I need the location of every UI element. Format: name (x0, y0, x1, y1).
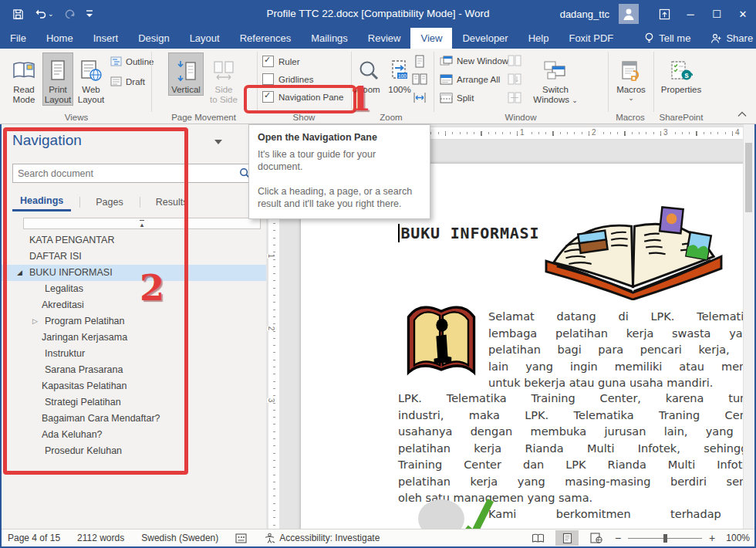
new-window-button[interactable]: New Window (440, 56, 508, 66)
ribbon-display-options-button[interactable] (651, 0, 677, 28)
outline-icon (110, 56, 122, 66)
minimize-button[interactable]: ─ (677, 0, 704, 28)
redo-button[interactable] (64, 8, 76, 19)
draft-button[interactable]: Draft (110, 76, 145, 86)
read-mode-view-button[interactable] (526, 530, 549, 546)
synchronous-scrolling-button[interactable] (508, 73, 521, 85)
tab-insert[interactable]: Insert (83, 28, 129, 49)
maximize-button[interactable]: ☐ (704, 0, 730, 28)
signed-in-user[interactable]: dadang_ttc (560, 8, 609, 20)
properties-button[interactable]: s Properties (657, 52, 705, 96)
tab-review[interactable]: Review (358, 28, 411, 49)
web-layout-button[interactable]: WebLayout (73, 52, 109, 106)
annotation-box-1 (244, 85, 356, 113)
page-width-icon (413, 92, 426, 103)
zoom-slider-thumb[interactable] (663, 534, 667, 543)
view-side-by-side-icon (508, 55, 521, 66)
annotation-number-1: 1 (349, 80, 371, 118)
customize-qat-icon (86, 9, 93, 19)
tab-help[interactable]: Help (518, 28, 559, 49)
arrange-all-button[interactable]: Arrange All (440, 74, 500, 85)
annotation-number-2: 2 (140, 267, 164, 309)
side-to-side-icon (212, 57, 235, 85)
side-to-side-button[interactable]: Sideto Side (205, 52, 242, 106)
vertical-button[interactable]: Vertical (168, 52, 204, 96)
zoom-percentage[interactable]: 100% (722, 533, 750, 543)
read-mode-button[interactable]: ReadMode (6, 52, 42, 106)
zoom-out-button[interactable]: − (614, 532, 622, 544)
tab-layout[interactable]: Layout (180, 28, 230, 49)
gridlines-checkbox[interactable]: Gridlines (262, 73, 313, 85)
collapse-ribbon-button[interactable] (737, 111, 747, 117)
zoom-in-button[interactable]: + (708, 532, 716, 544)
zoom-100-button[interactable]: 100 100% (384, 52, 415, 96)
group-label-page-movement: Page Movement (153, 113, 255, 122)
print-layout-icon (49, 57, 67, 85)
tooltip-title: Open the Navigation Pane (258, 132, 421, 143)
one-page-button[interactable] (414, 55, 425, 68)
share-button[interactable]: Share (700, 28, 756, 49)
open-book-clipart (538, 196, 727, 300)
zoom-slider[interactable] (628, 538, 702, 539)
switch-windows-button[interactable]: Switch Windows ⌄ (531, 52, 580, 106)
title-bar: ⌄ Profile TTC 22.docx [Compatibility Mod… (0, 0, 756, 28)
group-label-show: Show (259, 113, 349, 122)
print-layout-button[interactable]: PrintLayout (42, 52, 73, 106)
reset-window-position-button[interactable] (508, 92, 521, 103)
tab-foxit-pdf[interactable]: Foxit PDF (559, 28, 623, 49)
tab-home[interactable]: Home (36, 28, 83, 49)
lightbulb-icon (644, 32, 654, 44)
read-mode-icon (12, 57, 36, 85)
save-icon (12, 8, 24, 20)
macro-recording-button[interactable] (235, 533, 247, 543)
tab-view[interactable]: View (410, 28, 452, 49)
multiple-pages-button[interactable] (412, 73, 427, 85)
close-button[interactable]: ✕ (730, 0, 756, 28)
ribbon: ReadMode PrintLayout WebLayout Outline D… (0, 49, 756, 124)
group-label-views: Views (6, 113, 147, 122)
tooltip-body-1: It's like a tour guide for your document… (258, 148, 421, 174)
navigation-pane-options-caret-icon[interactable] (214, 140, 222, 144)
vertical-scrollbar[interactable] (743, 124, 754, 529)
paragraph-commitment: Kami berkomitmen terhadap pendidikan dan (488, 506, 754, 523)
tell-me-box[interactable]: Tell me (634, 28, 700, 49)
tab-design[interactable]: Design (128, 28, 179, 49)
tab-references[interactable]: References (230, 28, 301, 49)
macros-icon (620, 57, 642, 85)
tab-file[interactable]: File (0, 28, 36, 49)
save-button[interactable] (12, 8, 24, 20)
word-count[interactable]: 2112 words (77, 533, 124, 543)
ribbon-display-options-icon (659, 8, 670, 20)
split-button[interactable]: Split (440, 93, 474, 103)
print-layout-view-button[interactable] (555, 530, 579, 546)
macros-button[interactable]: Macros ⌄ (612, 52, 650, 102)
text-cursor (398, 224, 400, 242)
accessibility-checker[interactable]: Accessibility: Investigate (264, 533, 380, 543)
customize-qat-button[interactable] (86, 9, 93, 19)
word-window: ⌄ Profile TTC 22.docx [Compatibility Mod… (0, 0, 756, 548)
tab-developer[interactable]: Developer (452, 28, 518, 49)
multiple-pages-icon (412, 73, 427, 85)
web-layout-view-button[interactable] (585, 530, 608, 546)
window-border-left (0, 124, 2, 548)
ruler-checkbox[interactable]: Ruler (262, 56, 299, 67)
language-indicator[interactable]: Swedish (Sweden) (141, 533, 218, 543)
switch-windows-icon (543, 57, 568, 85)
svg-text:s: s (684, 71, 689, 79)
page-indicator[interactable]: Page 4 of 15 (8, 533, 60, 543)
macros-caret-icon: ⌄ (628, 95, 634, 101)
group-label-macros: Macros (609, 113, 651, 122)
scrollbar-thumb[interactable] (745, 143, 752, 212)
user-icon (622, 7, 636, 21)
page-width-button[interactable] (413, 92, 426, 103)
info-book-icon (404, 301, 478, 381)
undo-button[interactable]: ⌄ (34, 8, 54, 19)
tab-mailings[interactable]: Mailings (301, 28, 358, 49)
paragraph-welcome: Selamat datang di LPK. Telematika Traini… (488, 309, 754, 392)
outline-button[interactable]: Outline (110, 56, 154, 66)
web-layout-view-icon (590, 533, 602, 543)
new-window-icon (440, 56, 453, 66)
view-side-by-side-button[interactable] (508, 55, 521, 66)
share-person-icon (710, 33, 721, 44)
avatar[interactable] (619, 4, 639, 24)
